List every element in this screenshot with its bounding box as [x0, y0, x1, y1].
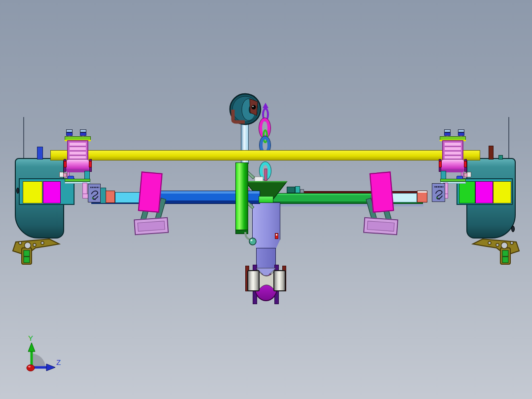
left-mount-tray[interactable]: [134, 217, 169, 236]
drain-tube-and-ball[interactable]: [243, 231, 257, 246]
right-white-fitting: [467, 172, 471, 177]
linkage-red-clip-right: [89, 161, 92, 167]
linkage-red-clip-left: [464, 161, 467, 167]
right-mount-tray[interactable]: [363, 217, 398, 236]
z-axis-label: Z: [56, 358, 61, 366]
linkage-rungs: [445, 143, 461, 159]
funnel-rod: [265, 169, 267, 181]
linkage-frame: [442, 140, 463, 160]
left-emblem-graphic: [88, 184, 101, 203]
right-paddle-assembly[interactable]: [362, 170, 399, 237]
right-tray-inner: [367, 221, 394, 232]
right-wheel-segment-yellow: [493, 181, 511, 203]
left-salmon-block[interactable]: [106, 191, 115, 203]
right-fender-knob: [511, 226, 515, 232]
x-axis-origin-dot: [27, 365, 35, 371]
funnel-white-cap: [255, 177, 263, 182]
center-teal-box-light: [295, 186, 300, 193]
right-maroon-post[interactable]: [489, 146, 494, 160]
funnel-green-tray: [259, 196, 273, 203]
left-wheel-segment-magenta: [43, 181, 61, 203]
housing-red-clip: [275, 233, 278, 239]
right-beam-understrip: [272, 204, 423, 206]
linkage-nut-2: [444, 132, 451, 136]
cad-viewport[interactable]: Y Z: [0, 0, 532, 399]
linkage-nut-2: [80, 132, 86, 136]
right-closing-paddle[interactable]: [370, 171, 394, 212]
linkage-red-clip-left: [64, 161, 67, 167]
drain-ball: [249, 238, 256, 245]
center-housing-mid[interactable]: [256, 248, 276, 269]
linkage-frame: [67, 140, 88, 160]
hydraulic-cylinder[interactable]: [235, 162, 248, 231]
right-emblem-graphic: [432, 184, 446, 202]
linkage-nut-1: [458, 132, 464, 136]
left-scraper-green-pad-1: [24, 250, 30, 256]
linkage-red-clip-right: [439, 161, 442, 167]
left-closing-paddle[interactable]: [138, 171, 163, 212]
right-teal-stub: [498, 155, 503, 160]
right-antenna-rod[interactable]: [508, 117, 509, 159]
right-scraper-bracket[interactable]: [468, 234, 522, 266]
left-blue-post[interactable]: [37, 147, 43, 160]
left-fender-knob: [16, 188, 19, 194]
roller-hourglass: [259, 271, 274, 290]
right-emblem-plate[interactable]: [432, 183, 445, 202]
main-cross-beam[interactable]: [50, 150, 480, 160]
top-pulley[interactable]: [228, 92, 266, 127]
left-emblem-plate[interactable]: [88, 184, 101, 202]
y-axis-label: Y: [28, 334, 33, 342]
left-tray-inner: [137, 221, 165, 232]
linkage-rungs: [70, 143, 86, 159]
roller-bearing-left[interactable]: [247, 270, 260, 291]
center-gray-step: [300, 189, 304, 193]
right-salmon-top-edge: [418, 191, 427, 193]
orientation-triad: Y Z: [20, 334, 69, 375]
left-scraper-bracket[interactable]: [10, 234, 64, 266]
roller-bearing-right[interactable]: [273, 270, 286, 291]
triad-quarter-disc: [32, 354, 45, 367]
pulley-eye: [252, 105, 256, 110]
right-wheel-segment-magenta: [475, 181, 493, 203]
right-salmon-block[interactable]: [417, 191, 427, 202]
left-paddle-assembly[interactable]: [133, 170, 170, 237]
linkage-nut-1: [66, 132, 73, 136]
left-scraper-green-pad-2: [24, 257, 30, 263]
left-wheel-segment-yellow: [23, 181, 42, 203]
left-antenna-rod[interactable]: [23, 117, 24, 159]
